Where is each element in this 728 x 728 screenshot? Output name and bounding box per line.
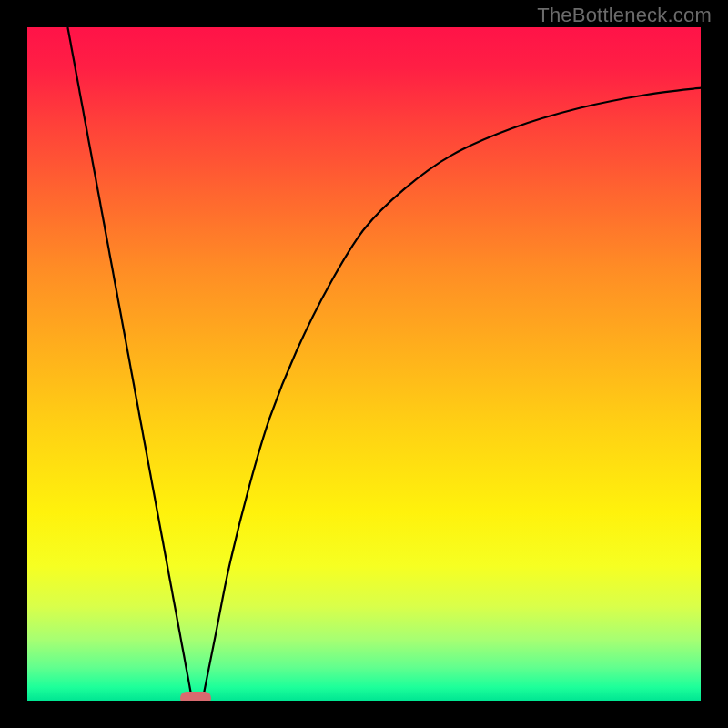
curve-layer bbox=[27, 27, 701, 701]
right-curve bbox=[202, 88, 701, 701]
watermark-text: TheBottleneck.com bbox=[537, 4, 712, 27]
min-marker bbox=[180, 692, 211, 701]
left-segment bbox=[67, 27, 192, 701]
chart-frame: TheBottleneck.com bbox=[0, 0, 728, 728]
plot-area bbox=[27, 27, 701, 701]
